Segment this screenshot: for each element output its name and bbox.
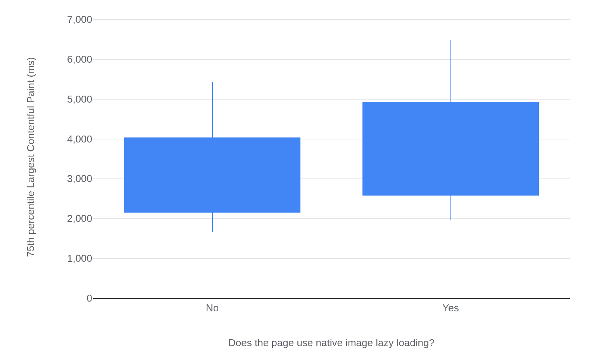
y-tick-label: 5,000 xyxy=(46,93,92,105)
y-tick-label: 1,000 xyxy=(46,252,92,264)
y-tick-label: 7,000 xyxy=(46,14,92,26)
box xyxy=(124,137,300,212)
gridline xyxy=(93,59,570,60)
x-tick-label: No xyxy=(174,302,251,314)
y-tick-label: 2,000 xyxy=(46,213,92,225)
y-tick-label: 0 xyxy=(46,292,92,304)
whisker-upper xyxy=(450,40,451,101)
whisker-lower xyxy=(450,196,451,220)
y-tick-label: 3,000 xyxy=(46,173,92,185)
whisker-lower xyxy=(212,213,213,232)
boxplot-chart: 75th percentile Largest Contentful Paint… xyxy=(23,15,574,349)
gridline xyxy=(93,19,570,20)
gridline xyxy=(93,99,570,100)
y-tick-label: 4,000 xyxy=(46,133,92,145)
y-axis-title-text: 75th percentile Largest Contentful Paint… xyxy=(25,57,37,257)
box xyxy=(362,102,539,196)
y-axis-title: 75th percentile Largest Contentful Paint… xyxy=(23,15,39,298)
x-axis-title: Does the page use native image lazy load… xyxy=(93,337,570,349)
gridline xyxy=(93,258,570,259)
x-tick-label: Yes xyxy=(412,302,490,314)
plot-area xyxy=(93,19,570,299)
whisker-upper xyxy=(212,82,213,137)
gridline xyxy=(93,218,570,219)
y-tick-label: 6,000 xyxy=(46,53,92,65)
